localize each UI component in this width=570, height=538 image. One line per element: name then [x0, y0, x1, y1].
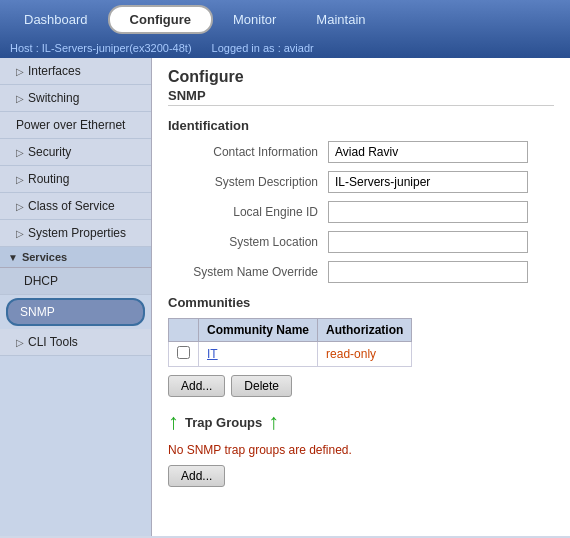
- form-row-engine-id: Local Engine ID: [168, 201, 554, 223]
- communities-section: Communities Community Name Authorization…: [168, 295, 554, 397]
- row-auth-cell: read-only: [318, 342, 412, 367]
- trap-text: No SNMP trap groups are defined.: [168, 443, 554, 457]
- communities-table: Community Name Authorization IT read-onl…: [168, 318, 412, 367]
- section-label: Services: [22, 251, 67, 263]
- sidebar-item-dhcp[interactable]: DHCP: [0, 268, 151, 295]
- sidebar-item-label: System Properties: [28, 226, 126, 240]
- login-label: Logged in as : aviadr: [212, 42, 314, 54]
- row-name-cell: IT: [199, 342, 318, 367]
- expand-icon: ▼: [8, 252, 18, 263]
- arrow-up-annotation: ↑: [168, 409, 179, 435]
- trap-groups-title: ↑ Trap Groups ↑: [168, 409, 554, 435]
- form-row-description: System Description: [168, 171, 554, 193]
- sidebar-item-switching[interactable]: ▷ Switching: [0, 85, 151, 112]
- col-header-auth: Authorization: [318, 319, 412, 342]
- arrow-icon: ▷: [16, 201, 24, 212]
- sidebar-item-label: SNMP: [20, 305, 55, 319]
- arrow-up-annotation-2: ↑: [268, 409, 279, 435]
- sidebar-item-label: Switching: [28, 91, 79, 105]
- arrow-icon: ▷: [16, 66, 24, 77]
- host-label: Host : IL-Servers-juniper(ex3200-48t): [10, 42, 192, 54]
- identification-title: Identification: [168, 118, 554, 133]
- label-engine-id: Local Engine ID: [168, 205, 328, 219]
- sidebar-item-label: DHCP: [24, 274, 58, 288]
- input-engine-id[interactable]: [328, 201, 528, 223]
- communities-btn-row: Add... Delete: [168, 375, 554, 397]
- sidebar-item-label: Power over Ethernet: [16, 118, 125, 132]
- col-header-name: Community Name: [199, 319, 318, 342]
- identification-section: Identification Contact Information Syste…: [168, 118, 554, 283]
- form-row-name-override: System Name Override: [168, 261, 554, 283]
- top-nav: Dashboard Configure Monitor Maintain: [0, 0, 570, 38]
- sidebar-item-snmp[interactable]: SNMP: [6, 298, 145, 326]
- table-row: IT read-only: [169, 342, 412, 367]
- label-location: System Location: [168, 235, 328, 249]
- sidebar-item-security[interactable]: ▷ Security: [0, 139, 151, 166]
- arrow-icon: ▷: [16, 228, 24, 239]
- sidebar-item-label: Class of Service: [28, 199, 115, 213]
- input-name-override[interactable]: [328, 261, 528, 283]
- sidebar-item-interfaces[interactable]: ▷ Interfaces: [0, 58, 151, 85]
- form-row-location: System Location: [168, 231, 554, 253]
- input-description[interactable]: [328, 171, 528, 193]
- sidebar-item-label: Interfaces: [28, 64, 81, 78]
- section-title: SNMP: [168, 88, 554, 106]
- sidebar-item-label: Security: [28, 145, 71, 159]
- delete-community-button[interactable]: Delete: [231, 375, 292, 397]
- tab-dashboard[interactable]: Dashboard: [4, 7, 108, 32]
- row-checkbox-cell: [169, 342, 199, 367]
- sidebar-section-services[interactable]: ▼ Services: [0, 247, 151, 268]
- sidebar-item-poe[interactable]: Power over Ethernet: [0, 112, 151, 139]
- sidebar-item-cli-tools[interactable]: ▷ CLI Tools: [0, 329, 151, 356]
- community-name-link[interactable]: IT: [207, 347, 218, 361]
- trap-groups-label: Trap Groups: [185, 415, 262, 430]
- page-title: Configure: [168, 68, 554, 86]
- input-location[interactable]: [328, 231, 528, 253]
- tab-maintain[interactable]: Maintain: [296, 7, 385, 32]
- content-area: Configure SNMP Identification Contact In…: [152, 58, 570, 536]
- sidebar-item-cos[interactable]: ▷ Class of Service: [0, 193, 151, 220]
- col-header-check: [169, 319, 199, 342]
- sidebar-item-label: CLI Tools: [28, 335, 78, 349]
- label-description: System Description: [168, 175, 328, 189]
- host-bar: Host : IL-Servers-juniper(ex3200-48t) Lo…: [0, 38, 570, 58]
- arrow-icon: ▷: [16, 174, 24, 185]
- sidebar-item-system-properties[interactable]: ▷ System Properties: [0, 220, 151, 247]
- label-name-override: System Name Override: [168, 265, 328, 279]
- form-row-contact: Contact Information: [168, 141, 554, 163]
- arrow-icon: ▷: [16, 337, 24, 348]
- row-checkbox[interactable]: [177, 346, 190, 359]
- add-community-button[interactable]: Add...: [168, 375, 225, 397]
- label-contact: Contact Information: [168, 145, 328, 159]
- communities-title: Communities: [168, 295, 554, 310]
- add-trap-button[interactable]: Add...: [168, 465, 225, 487]
- tab-configure[interactable]: Configure: [108, 5, 213, 34]
- tab-monitor[interactable]: Monitor: [213, 7, 296, 32]
- sidebar-item-routing[interactable]: ▷ Routing: [0, 166, 151, 193]
- arrow-icon: ▷: [16, 93, 24, 104]
- sidebar-item-label: Routing: [28, 172, 69, 186]
- arrow-icon: ▷: [16, 147, 24, 158]
- sidebar: ▷ Interfaces ▷ Switching Power over Ethe…: [0, 58, 152, 536]
- input-contact[interactable]: [328, 141, 528, 163]
- trap-groups-section: ↑ Trap Groups ↑ No SNMP trap groups are …: [168, 409, 554, 487]
- trap-add-btn-row: Add...: [168, 465, 554, 487]
